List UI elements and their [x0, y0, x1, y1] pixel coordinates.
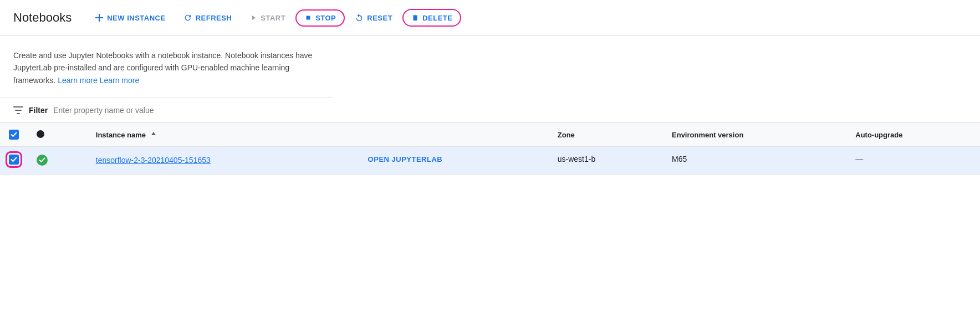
status-dot-header — [37, 130, 44, 138]
instance-name-column-header: Instance name — [87, 123, 359, 147]
sort-ascending-icon[interactable] — [150, 131, 157, 139]
svg-rect-3 — [13, 106, 23, 107]
svg-rect-2 — [307, 16, 310, 20]
refresh-icon — [183, 13, 192, 22]
learn-more-link-2[interactable]: Learn more — [100, 76, 140, 85]
refresh-button[interactable]: REFRESH — [176, 9, 240, 27]
delete-label: DELETE — [422, 14, 452, 22]
start-label: START — [261, 14, 285, 22]
toolbar: Notebooks NEW INSTANCE REFRESH START STO… — [0, 0, 980, 36]
select-all-checkbox[interactable] — [9, 130, 19, 140]
row-checkbox-cell — [0, 147, 28, 175]
auto-upgrade-cell: — — [846, 147, 980, 175]
stop-icon — [304, 14, 312, 22]
auto-upgrade-column-header: Auto-upgrade — [846, 123, 980, 147]
svg-rect-1 — [95, 17, 103, 18]
new-instance-label: NEW INSTANCE — [107, 14, 165, 22]
new-instance-button[interactable]: NEW INSTANCE — [87, 9, 173, 27]
start-button[interactable]: START — [242, 9, 293, 27]
zone-column-header: Zone — [549, 123, 663, 147]
delete-button[interactable]: DELETE — [402, 9, 461, 27]
svg-rect-4 — [15, 110, 22, 111]
trash-icon — [411, 13, 419, 22]
learn-more-link[interactable]: Learn more — [58, 76, 98, 85]
stop-button[interactable]: STOP — [295, 9, 345, 27]
env-version-cell: M65 — [663, 147, 846, 175]
stop-label: STOP — [315, 14, 336, 22]
filter-input[interactable] — [53, 106, 967, 115]
reset-label: RESET — [367, 14, 392, 22]
filter-bar: Filter — [0, 98, 980, 123]
table-header-row: Instance name Zone Environment version A… — [0, 123, 980, 147]
plus-icon — [95, 13, 104, 22]
page-title: Notebooks — [13, 11, 72, 25]
open-jupyterlab-cell: OPEN JUPYTERLAB — [359, 147, 549, 175]
instance-name-cell: tensorflow-2-3-20210405-151653 — [87, 147, 359, 175]
row-status-cell — [28, 147, 87, 175]
reset-icon — [355, 13, 364, 22]
select-all-column — [0, 123, 28, 147]
filter-icon — [13, 106, 23, 114]
instance-name-link[interactable]: tensorflow-2-3-20210405-151653 — [96, 156, 211, 165]
table-row: tensorflow-2-3-20210405-151653 OPEN JUPY… — [0, 147, 980, 175]
zone-cell: us-west1-b — [549, 147, 663, 175]
instances-table: Instance name Zone Environment version A… — [0, 123, 980, 175]
open-jupyterlab-button[interactable]: OPEN JUPYTERLAB — [368, 155, 443, 163]
svg-marker-6 — [151, 132, 156, 135]
open-column-header — [359, 123, 549, 147]
instance-name-header-label: Instance name — [96, 131, 146, 139]
svg-rect-5 — [17, 113, 20, 114]
status-green-icon — [37, 155, 48, 166]
play-icon — [249, 14, 257, 22]
status-column-header — [28, 123, 87, 147]
filter-label: Filter — [29, 106, 48, 115]
env-version-column-header: Environment version — [663, 123, 846, 147]
refresh-label: REFRESH — [196, 14, 232, 22]
description-section: Create and use Jupyter Notebooks with a … — [0, 36, 333, 98]
reset-button[interactable]: RESET — [347, 9, 400, 27]
row-checkbox[interactable] — [9, 155, 19, 165]
